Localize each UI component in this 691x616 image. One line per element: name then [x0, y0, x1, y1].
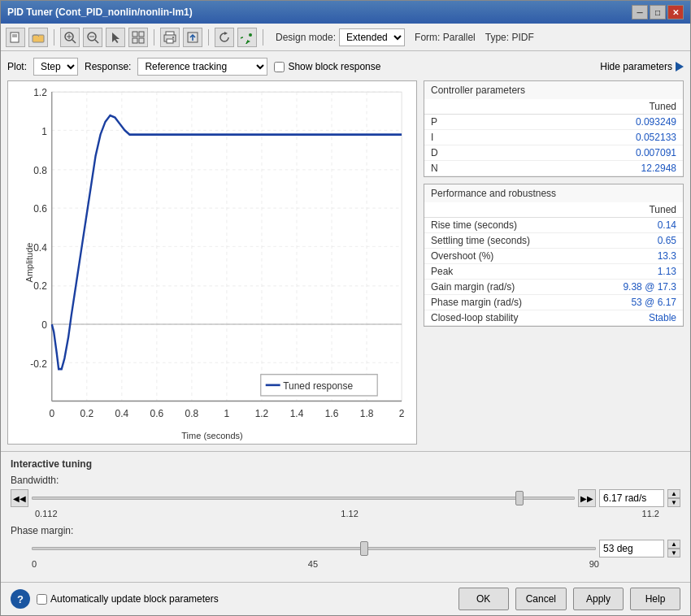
svg-text:1: 1	[224, 408, 230, 420]
close-button[interactable]: ✕	[667, 5, 684, 20]
param-label: P	[424, 115, 494, 130]
toolbar-btn-print[interactable]	[160, 28, 180, 47]
phase-margin-thumb[interactable]	[360, 541, 368, 556]
toolbar-btn-cursor[interactable]	[106, 28, 125, 47]
svg-rect-13	[133, 38, 137, 43]
svg-text:0.6: 0.6	[150, 408, 164, 420]
bandwidth-spin-down[interactable]: ▼	[667, 498, 680, 507]
phase-margin-spin: ▲ ▼	[667, 540, 680, 557]
toolbar-btn-open[interactable]	[28, 28, 48, 47]
perf-value: 1.13	[587, 264, 683, 280]
bandwidth-thumb[interactable]	[515, 491, 524, 505]
toolbar-btn-export[interactable]	[183, 28, 202, 47]
cancel-button[interactable]: Cancel	[515, 588, 567, 610]
bandwidth-left-btn[interactable]: ◀◀	[11, 489, 28, 507]
minimize-button[interactable]: ─	[632, 5, 648, 20]
perf-label: Rise time (seconds)	[424, 218, 587, 233]
plot-params-row: Amplitude	[7, 80, 684, 445]
x-axis-label: Time (seconds)	[181, 431, 242, 440]
param-label: D	[424, 145, 494, 161]
svg-text:0.6: 0.6	[33, 203, 47, 215]
y-axis-label: Amplitude	[24, 243, 34, 283]
svg-line-5	[72, 40, 76, 43]
show-block-response-checkbox[interactable]	[274, 62, 285, 72]
phase-margin-controls: 53 deg ▲ ▼	[11, 540, 680, 557]
design-mode-select[interactable]: Extended	[339, 28, 405, 46]
svg-point-18	[172, 37, 174, 38]
phase-margin-track[interactable]	[32, 547, 596, 550]
performance-row: Overshoot (%)13.3	[424, 249, 683, 264]
param-value: 0.052133	[494, 130, 683, 145]
toolbar-btn-refresh[interactable]	[215, 28, 234, 47]
help-button[interactable]: Help	[630, 588, 680, 610]
bandwidth-spin-up[interactable]: ▲	[667, 489, 680, 498]
design-mode-label: Design mode:	[276, 32, 336, 43]
performance-row: Phase margin (rad/s)53 @ 6.17	[424, 295, 683, 310]
param-value: 0.007091	[494, 145, 683, 161]
svg-point-21	[249, 33, 252, 37]
window-title: PID Tuner (Cont_PID_nonlin/nonlin-lm1)	[7, 7, 632, 18]
svg-text:0.2: 0.2	[80, 408, 94, 420]
hide-params-arrow-icon	[676, 62, 684, 72]
plot-controls-row: Plot: Step Response: Reference tracking …	[7, 58, 684, 76]
apply-button[interactable]: Apply	[573, 588, 624, 610]
svg-text:1.2: 1.2	[255, 408, 269, 420]
params-panel: Controller parameters Tuned P0.093249I0.…	[424, 80, 684, 445]
auto-update-label: Automatically update block parameters	[50, 593, 219, 605]
show-block-response-label[interactable]: Show block response	[274, 61, 380, 72]
toolbar-btn-grid[interactable]	[128, 28, 148, 47]
performance-row: Gain margin (rad/s)9.38 @ 17.3	[424, 280, 683, 295]
performance-title: Performance and robustness	[424, 184, 683, 202]
toolbar-sep-1	[54, 29, 54, 46]
hide-params-button[interactable]: Hide parameters	[600, 61, 684, 72]
bandwidth-track[interactable]	[32, 497, 575, 500]
phase-margin-label: Phase margin:	[11, 525, 680, 536]
svg-text:1: 1	[41, 125, 47, 137]
param-value: 0.093249	[494, 115, 683, 130]
phase-margin-slider-row: Phase margin: 53 deg ▲ ▼ 0 45 90	[11, 525, 680, 569]
response-select[interactable]: Reference tracking	[137, 58, 267, 76]
svg-text:0: 0	[49, 408, 54, 420]
toolbar-btn-zoom-in[interactable]	[60, 28, 80, 47]
controller-param-row: D0.007091	[424, 145, 683, 161]
svg-text:0.2: 0.2	[33, 280, 47, 292]
toolbar: Design mode: Extended Form: Parallel Typ…	[1, 24, 690, 51]
toolbar-btn-refresh2[interactable]	[237, 28, 257, 47]
perf-value: Stable	[587, 310, 683, 326]
controller-param-row: I0.052133	[424, 130, 683, 145]
toolbar-sep-4	[263, 29, 263, 46]
perf-label: Closed-loop stability	[424, 310, 587, 326]
param-label: I	[424, 130, 494, 145]
svg-text:0.8: 0.8	[33, 165, 47, 177]
maximize-button[interactable]: □	[650, 5, 666, 20]
bandwidth-label: Bandwidth:	[11, 475, 680, 486]
phase-margin-spin-up[interactable]: ▲	[667, 540, 680, 549]
toolbar-btn-new[interactable]	[6, 28, 25, 47]
bandwidth-spin: ▲ ▼	[667, 489, 680, 507]
performance-header: Tuned	[587, 202, 683, 218]
svg-rect-14	[139, 38, 144, 43]
toolbar-sep-2	[154, 29, 154, 46]
svg-rect-17	[167, 39, 173, 43]
toolbar-btn-zoom-out[interactable]	[83, 28, 102, 47]
auto-update-checkbox[interactable]	[37, 594, 47, 605]
main-content: Plot: Step Response: Reference tracking …	[1, 51, 690, 451]
form-label: Form: Parallel	[415, 32, 476, 43]
svg-rect-12	[139, 32, 144, 37]
svg-text:1.4: 1.4	[290, 408, 304, 420]
phase-margin-ticks: 0 45 90	[11, 559, 680, 569]
ok-button[interactable]: OK	[458, 588, 509, 610]
plot-label: Plot:	[7, 61, 27, 72]
help-circle-icon[interactable]: ?	[11, 589, 30, 609]
performance-table: Tuned Rise time (seconds)0.14Settling ti…	[424, 202, 683, 326]
svg-text:0.8: 0.8	[185, 408, 199, 420]
controller-params-header: Tuned	[494, 99, 683, 115]
bandwidth-right-btn[interactable]: ▶▶	[578, 489, 596, 507]
plot-select[interactable]: Step	[33, 58, 78, 76]
toolbar-sep-3	[208, 29, 209, 46]
titlebar: PID Tuner (Cont_PID_nonlin/nonlin-lm1) ─…	[1, 1, 690, 24]
response-label: Response:	[85, 61, 131, 72]
param-label: N	[424, 161, 494, 176]
auto-update-container: Automatically update block parameters	[37, 593, 452, 605]
phase-margin-spin-down[interactable]: ▼	[667, 549, 680, 557]
